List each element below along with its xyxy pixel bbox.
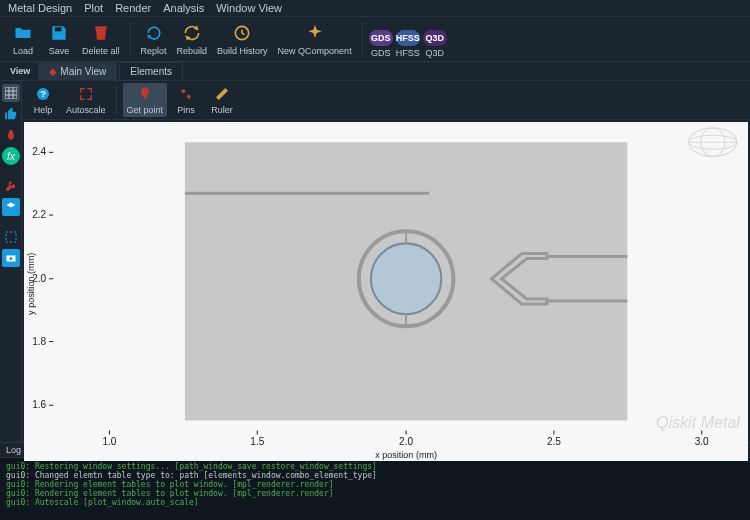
get-point-button[interactable]: Get point	[123, 83, 168, 117]
plot-toolbar: ?Help Autoscale Get point Pins Ruler	[22, 81, 750, 120]
svg-point-5	[9, 130, 13, 134]
svg-text:2.5: 2.5	[547, 436, 561, 447]
build-history-button[interactable]: Build History	[213, 20, 272, 58]
pins-button[interactable]: Pins	[169, 83, 203, 117]
gds-badge[interactable]: GDS	[369, 30, 393, 46]
tab-main-view[interactable]: ◆Main View	[38, 62, 117, 80]
svg-rect-0	[55, 27, 62, 31]
main-toolbar: Load Save Delete all Replot Rebuild Buil…	[0, 17, 750, 62]
fx-icon[interactable]: fx	[2, 147, 20, 165]
menu-window-view[interactable]: Window View	[216, 2, 282, 14]
plot-pane: ?Help Autoscale Get point Pins Ruler	[22, 81, 750, 442]
history-icon	[231, 22, 253, 44]
svg-point-11	[181, 89, 185, 93]
layers-icon[interactable]	[2, 198, 20, 216]
ruler-icon	[213, 85, 231, 103]
svg-text:2.0: 2.0	[399, 436, 413, 447]
new-qcomponent-button[interactable]: New QComponent	[274, 20, 356, 58]
tab-elements[interactable]: Elements	[119, 62, 183, 80]
log-line: gui0: Restoring window settings... [path…	[6, 462, 744, 471]
svg-rect-1	[95, 26, 107, 29]
ruler-button[interactable]: Ruler	[205, 83, 239, 117]
expand-icon	[77, 85, 95, 103]
rebuild-icon	[181, 22, 203, 44]
svg-text:1.0: 1.0	[102, 436, 116, 447]
svg-text:2.2: 2.2	[32, 209, 46, 220]
grid-icon[interactable]	[2, 84, 20, 102]
save-icon	[48, 22, 70, 44]
select-icon[interactable]	[2, 228, 20, 246]
save-button[interactable]: Save	[42, 20, 76, 58]
pins-icon	[177, 85, 195, 103]
svg-text:3.0: 3.0	[695, 436, 709, 447]
replot-button[interactable]: Replot	[137, 20, 171, 58]
menu-analysis[interactable]: Analysis	[163, 2, 204, 14]
folder-open-icon	[12, 22, 34, 44]
svg-text:1.8: 1.8	[32, 336, 46, 347]
log-body[interactable]: gui0: Restoring window settings... [path…	[0, 458, 750, 520]
delete-all-button[interactable]: Delete all	[78, 20, 124, 58]
tool-icon[interactable]	[2, 177, 20, 195]
hfss-badge[interactable]: HFSS	[396, 30, 420, 46]
sparkle-icon	[304, 22, 326, 44]
svg-rect-15	[185, 192, 429, 195]
q3d-badge[interactable]: Q3D	[423, 30, 447, 46]
load-button[interactable]: Load	[6, 20, 40, 58]
menu-plot[interactable]: Plot	[84, 2, 103, 14]
svg-text:x position (mm): x position (mm)	[375, 450, 437, 460]
tab-bar: View ◆Main View Elements	[0, 62, 750, 81]
svg-rect-3	[5, 87, 17, 99]
refresh-icon	[143, 22, 165, 44]
svg-point-12	[187, 95, 191, 99]
help-icon: ?	[34, 85, 52, 103]
rebuild-button[interactable]: Rebuild	[173, 20, 212, 58]
watermark: Qiskit Metal	[656, 413, 740, 431]
trash-icon	[90, 22, 112, 44]
pin-icon	[136, 85, 154, 103]
camera-icon[interactable]	[2, 249, 20, 267]
svg-point-17	[371, 243, 441, 314]
menu-metal-design[interactable]: Metal Design	[8, 2, 72, 14]
log-line: gui0: Changed elemtn table type to: path…	[6, 471, 744, 480]
left-sidebar: fx	[0, 81, 22, 442]
view-label: View	[4, 64, 36, 78]
svg-text:1.5: 1.5	[250, 436, 264, 447]
menu-render[interactable]: Render	[115, 2, 151, 14]
menu-bar: Metal Design Plot Render Analysis Window…	[0, 0, 750, 17]
svg-rect-6	[6, 232, 16, 242]
log-line: gui0: Autoscale [plot_window.auto_scale]	[6, 498, 744, 507]
log-line: gui0: Rendering element tables to plot w…	[6, 489, 744, 498]
svg-text:?: ?	[40, 89, 46, 99]
svg-text:y position (mm): y position (mm)	[26, 253, 36, 315]
svg-point-8	[10, 257, 13, 260]
help-button[interactable]: ?Help	[26, 83, 60, 117]
diamond-icon: ◆	[49, 66, 57, 77]
plot-canvas[interactable]: 1.0 1.5 2.0 2.5 3.0 1.6 1.8 2.0 2.2 2.4 …	[24, 122, 748, 461]
bug-icon[interactable]	[2, 126, 20, 144]
autoscale-button[interactable]: Autoscale	[62, 83, 110, 117]
svg-text:2.4: 2.4	[32, 146, 46, 157]
svg-text:1.6: 1.6	[32, 399, 46, 410]
thumbs-up-icon[interactable]	[2, 105, 20, 123]
log-line: gui0: Rendering element tables to plot w…	[6, 480, 744, 489]
